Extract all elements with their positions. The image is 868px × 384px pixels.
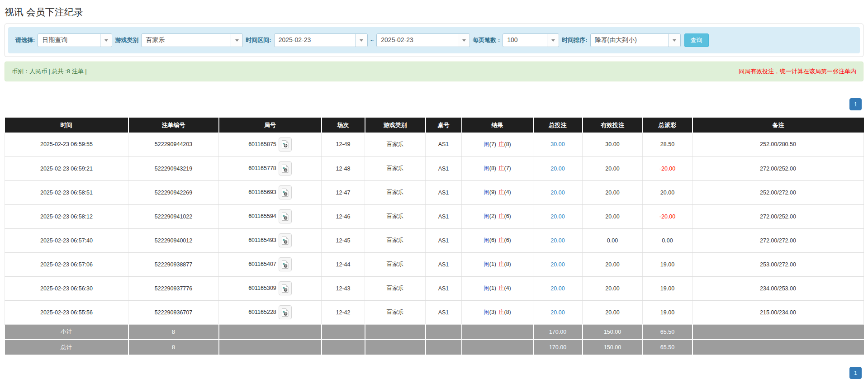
cell-table-no: AS1 — [426, 276, 462, 300]
column-header: 总投注 — [533, 118, 583, 133]
page-title: 视讯 会员下注纪录 — [0, 0, 868, 24]
date-from-select[interactable]: 2025-02-23 — [274, 33, 368, 47]
filter-bar: 请选择: 日期查询 游戏类别 百家乐 时间区间: 2025-02-23 ~ 20… — [8, 27, 860, 53]
cell-game-type: 百家乐 — [365, 156, 426, 180]
cell-remark: 234.00/253.00 — [693, 276, 864, 300]
sort-order-select[interactable]: 降幂(由大到小) — [590, 33, 681, 47]
result-player-label: 闲 — [484, 213, 489, 219]
cell-valid-bet: 0.00 — [583, 228, 643, 252]
chevron-down-icon[interactable] — [458, 34, 470, 47]
cell-game-type: 百家乐 — [365, 252, 426, 276]
table-row: 2025-02-23 06:57:40522290940012601165493… — [5, 228, 864, 252]
result-player-score: (1) — [489, 261, 496, 267]
notice-text: 同局有效投注，统一计算在该局第一张注单内 — [739, 67, 856, 76]
chevron-down-icon[interactable] — [547, 34, 559, 47]
cell-bet-id: 522290944203 — [128, 133, 219, 156]
round-id-text: 601165493 — [248, 237, 276, 243]
query-type-select[interactable]: 日期查询 — [38, 33, 112, 47]
filter-panel: 请选择: 日期查询 游戏类别 百家乐 时间区间: 2025-02-23 ~ 20… — [5, 24, 863, 57]
summary-empty — [322, 324, 365, 340]
column-header: 注单编号 — [128, 118, 219, 133]
round-id-text: 601165228 — [248, 309, 276, 315]
cell-time: 2025-02-23 06:58:51 — [5, 180, 128, 204]
video-replay-button[interactable] — [279, 305, 292, 319]
date-to-select[interactable]: 2025-02-23 — [376, 33, 470, 47]
cell-game-type: 百家乐 — [365, 180, 426, 204]
column-header: 场次 — [322, 118, 365, 133]
cell-payout: 19.00 — [643, 300, 693, 324]
cell-valid-bet: 30.00 — [583, 133, 643, 156]
result-banker-score: (8) — [504, 309, 511, 315]
video-replay-button[interactable] — [279, 233, 292, 247]
total-bet-link[interactable]: 20.00 — [550, 285, 564, 292]
result-banker-label: 庄 — [498, 237, 504, 243]
cell-bet-id: 522290936707 — [128, 300, 219, 324]
result-player-label: 闲 — [484, 261, 489, 267]
result-banker-score: (8) — [504, 141, 511, 147]
column-header: 桌号 — [426, 118, 462, 133]
cell-bet-id: 522290942269 — [128, 180, 219, 204]
page-button-1[interactable]: 1 — [849, 98, 862, 110]
page-size-select[interactable]: 100 — [503, 33, 559, 47]
video-file-icon — [281, 165, 289, 173]
cell-total-bet: 30.00 — [533, 133, 583, 156]
summary-empty — [219, 340, 322, 355]
cell-remark: 252.00/272.00 — [693, 180, 864, 204]
column-header: 游戏类别 — [365, 118, 426, 133]
video-replay-button[interactable] — [279, 281, 292, 295]
query-button[interactable]: 查询 — [684, 33, 709, 47]
table-header-row: 时间注单编号局号场次游戏类别桌号结果总投注有效投注总派彩备注 — [5, 118, 864, 133]
video-replay-button[interactable] — [279, 137, 292, 152]
cell-total-bet: 20.00 — [533, 228, 583, 252]
column-header: 时间 — [5, 118, 128, 133]
cell-remark: 272.00/252.00 — [693, 156, 864, 180]
summary-label: 总计 — [5, 340, 128, 355]
cell-result: 闲(7)庄(8) — [462, 133, 533, 156]
chevron-down-icon[interactable] — [100, 34, 112, 47]
page-button-1[interactable]: 1 — [849, 367, 862, 379]
cell-result: 闲(1)庄(4) — [462, 276, 533, 300]
cell-remark: 215.00/234.00 — [693, 300, 864, 324]
page-size-label: 每页笔数 : — [473, 36, 500, 44]
summary-payout: 65.50 — [643, 324, 693, 340]
cell-table-no: AS1 — [426, 204, 462, 228]
total-bet-link[interactable]: 20.00 — [550, 261, 564, 268]
video-replay-button[interactable] — [279, 257, 292, 271]
cell-payout: 28.50 — [643, 133, 693, 156]
game-type-select[interactable]: 百家乐 — [141, 33, 243, 47]
cell-valid-bet: 20.00 — [583, 300, 643, 324]
currency-summary-text: 币别：人民币 | 总共 :8 注单 | — [12, 67, 87, 76]
page-size-value: 100 — [503, 34, 547, 47]
pagination-bottom: 1 — [6, 367, 862, 379]
cell-payout: -20.00 — [643, 204, 693, 228]
result-banker-score: (6) — [504, 213, 511, 219]
chevron-down-icon[interactable] — [669, 34, 680, 47]
sort-order-value: 降幂(由大到小) — [591, 34, 669, 47]
total-bet-link[interactable]: 20.00 — [550, 213, 564, 220]
summary-empty — [365, 340, 426, 355]
video-replay-button[interactable] — [279, 185, 292, 199]
chevron-down-icon[interactable] — [231, 34, 242, 47]
cell-round-id: 601165228 — [219, 300, 322, 324]
cell-bet-id: 522290938877 — [128, 252, 219, 276]
cell-result: 闲(1)庄(8) — [462, 252, 533, 276]
table-body: 2025-02-23 06:59:55522290944203601165875… — [5, 133, 864, 355]
date-range-separator: ~ — [370, 37, 374, 44]
video-replay-button[interactable] — [279, 209, 292, 223]
total-bet-link[interactable]: 30.00 — [550, 141, 564, 147]
result-player-score: (1) — [489, 285, 496, 291]
summary-count: 8 — [128, 340, 219, 355]
total-bet-link[interactable]: 20.00 — [550, 237, 564, 244]
cell-result: 闲(3)庄(8) — [462, 300, 533, 324]
column-header: 总派彩 — [643, 118, 693, 133]
video-replay-button[interactable] — [279, 161, 292, 175]
table-row: 2025-02-23 06:58:12522290941022601165594… — [5, 204, 864, 228]
chevron-down-icon[interactable] — [356, 34, 367, 47]
round-id-text: 601165407 — [248, 261, 276, 267]
total-bet-link[interactable]: 20.00 — [550, 190, 564, 196]
total-bet-link[interactable]: 20.00 — [550, 166, 564, 172]
total-bet-link[interactable]: 20.00 — [550, 309, 564, 316]
result-player-score: (6) — [489, 237, 496, 243]
result-banker-label: 庄 — [498, 165, 504, 171]
cell-valid-bet: 20.00 — [583, 156, 643, 180]
